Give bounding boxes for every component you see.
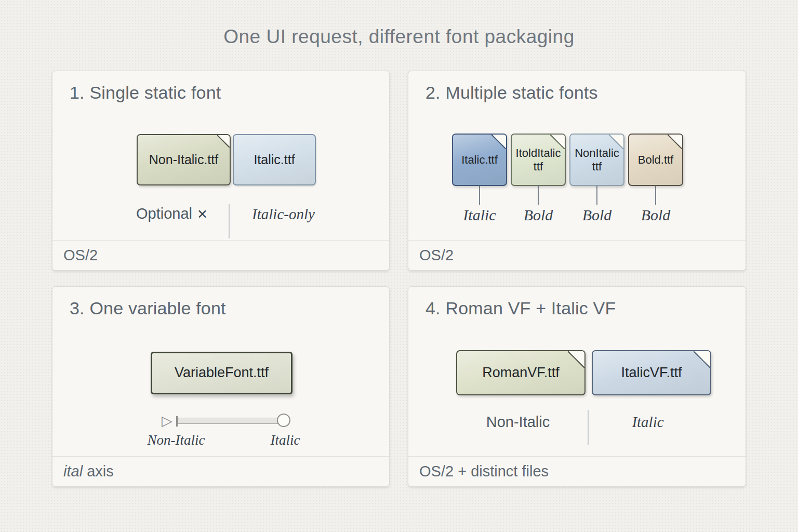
- file-icon-bold-ttf: Bold.ttf: [628, 134, 683, 186]
- caption-optional-text: Optional: [136, 205, 192, 222]
- caption-divider: [588, 410, 589, 445]
- file-label: ItoldItalic ttf: [514, 147, 563, 173]
- footer-text: OS/2: [419, 247, 454, 263]
- caption-italic-only: Italic-only: [228, 206, 339, 223]
- file-label: ItalicVF.ttf: [619, 365, 683, 381]
- file-label: Italic.ttf: [252, 152, 296, 167]
- panel-roman-vf-italic-vf: 4. Roman VF + Italic VF RomanVF.ttf Ital…: [408, 286, 746, 487]
- caption-non-italic: Non-Italic: [466, 414, 570, 431]
- footer-text: axis: [83, 463, 114, 480]
- panel-3-footer: ital axis: [52, 456, 389, 486]
- file-icon-nonitalic-ttf: NonItalic ttf: [569, 134, 624, 186]
- file-icon-bolditalic-ttf: ItoldItalic ttf: [511, 134, 566, 186]
- panel-4-heading: 4. Roman VF + Italic VF: [425, 298, 616, 318]
- panel-4-footer: OS/2 + distinct files: [408, 456, 746, 486]
- slider-label-non-italic: Non-Italic: [124, 432, 228, 448]
- file-column: Bold.ttf Bold: [628, 134, 683, 224]
- footer-text: OS/2 + distinct files: [419, 463, 549, 480]
- folded-corner-icon: [668, 135, 682, 149]
- page-title: One UI request, different font packaging: [0, 26, 798, 48]
- folded-corner-icon: [217, 135, 230, 148]
- folded-corner-icon: [694, 351, 710, 368]
- file-label: NonItalic ttf: [573, 147, 621, 173]
- canvas: One UI request, different font packaging…: [0, 0, 798, 532]
- file-label: RomanVF.ttf: [481, 365, 561, 381]
- file-label: Italic.ttf: [460, 153, 499, 166]
- file-label: VariableFont.ttf: [173, 365, 270, 381]
- panel-2-heading: 2. Multiple static fonts: [425, 83, 598, 103]
- caption-italic: Italic: [596, 414, 700, 431]
- file-label: Bold.ttf: [636, 153, 675, 166]
- folded-corner-icon: [491, 135, 506, 149]
- panel-3-heading: 3. One variable font: [70, 298, 226, 318]
- file-row: Italic.ttf Italic ItoldItalic ttf Bold N…: [452, 134, 683, 224]
- panel-multiple-static-fonts: 2. Multiple static fonts Italic.ttf Ital…: [408, 71, 746, 271]
- x-mark-icon: ✕: [197, 207, 208, 221]
- file-icon-non-italic-ttf: Non-Italic.ttf: [137, 134, 231, 185]
- panel-single-static-font: 1. Single static font Non-Italic.ttf Ita…: [52, 71, 390, 271]
- style-tag: Bold: [582, 206, 612, 224]
- footer-em: ital: [63, 463, 83, 480]
- file-icon-italic-ttf: Italic.ttf: [452, 134, 507, 186]
- file-row: RomanVF.ttf ItalicVF.ttf: [456, 350, 711, 395]
- style-tag: Bold: [524, 206, 553, 224]
- panel-2-footer: OS/2: [408, 240, 746, 270]
- slider-track: [178, 418, 285, 424]
- play-triangle-icon: ▷: [162, 414, 172, 428]
- file-column: ItoldItalic ttf Bold: [511, 134, 566, 224]
- slider-knob: [277, 414, 290, 427]
- file-icon-variablefont-ttf: VariableFont.ttf: [151, 352, 292, 394]
- connector-line: [479, 186, 480, 205]
- style-tag: Italic: [463, 206, 496, 224]
- file-column: Italic.ttf Italic: [452, 134, 507, 224]
- caption-optional: Optional✕: [115, 205, 229, 222]
- panel-one-variable-font: 3. One variable font VariableFont.ttf ▷ …: [52, 286, 390, 487]
- file-icon-italicvf-ttf: ItalicVF.ttf: [592, 350, 711, 395]
- panel-1-heading: 1. Single static font: [70, 83, 221, 103]
- ital-axis-slider: ▷: [162, 416, 343, 432]
- folded-corner-icon: [568, 351, 584, 368]
- panel-1-footer: OS/2: [52, 240, 389, 270]
- connector-line: [538, 186, 539, 205]
- slider-label-italic: Italic: [233, 432, 337, 448]
- file-icon-italic-ttf: Italic.ttf: [233, 134, 316, 185]
- style-tag: Bold: [641, 206, 671, 224]
- file-row: Non-Italic.ttf Italic.ttf: [137, 134, 316, 185]
- footer-text: OS/2: [63, 247, 98, 263]
- connector-line: [655, 186, 656, 205]
- file-column: NonItalic ttf Bold: [569, 134, 624, 224]
- connector-line: [596, 186, 597, 205]
- file-icon-romanvf-ttf: RomanVF.ttf: [456, 350, 586, 395]
- file-label: Non-Italic.ttf: [148, 152, 220, 167]
